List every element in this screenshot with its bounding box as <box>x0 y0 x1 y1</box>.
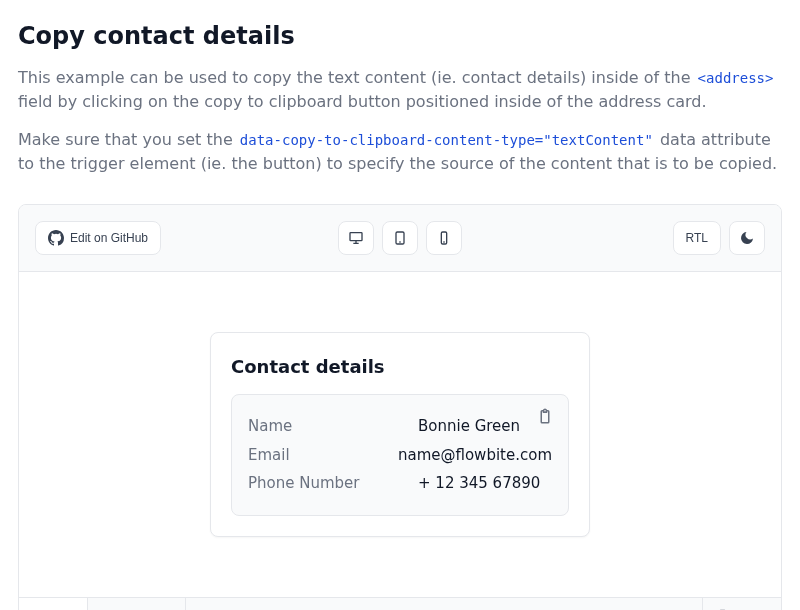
copy-to-clipboard-button[interactable] <box>534 405 556 430</box>
button-label: Edit on GitHub <box>70 231 148 245</box>
field-value: + 12 345 67890 <box>418 472 540 495</box>
contact-row-phone: Phone Number + 12 345 67890 <box>248 472 552 495</box>
field-label: Email <box>248 444 398 467</box>
clipboard-icon <box>536 413 554 428</box>
github-icon <box>48 230 64 246</box>
field-label: Name <box>248 415 418 438</box>
card-title: Contact details <box>231 353 569 380</box>
inline-code: data-copy-to-clipboard-content-type="tex… <box>238 132 655 148</box>
preview-canvas: Contact details Name Bonnie Green Email … <box>19 272 781 597</box>
mobile-icon <box>436 230 452 246</box>
spacer <box>186 598 701 611</box>
tab-javascript[interactable]: JavaScript <box>88 598 186 611</box>
contact-row-email: Email name@flowbite.com <box>248 444 552 467</box>
text: Make sure that you set the <box>18 130 238 149</box>
button-label: RTL <box>686 231 708 245</box>
contact-card: Contact details Name Bonnie Green Email … <box>210 332 590 537</box>
copy-code-button[interactable]: Copy <box>702 598 781 611</box>
description-paragraph-2: Make sure that you set the data-copy-to-… <box>18 128 782 176</box>
text: This example can be used to copy the tex… <box>18 68 696 87</box>
address-box: Name Bonnie Green Email name@flowbite.co… <box>231 394 569 516</box>
moon-icon <box>739 230 755 246</box>
preview-toolbar: Edit on GitHub RTL <box>19 205 781 272</box>
code-tabs-bar: HTML JavaScript Copy <box>19 597 781 611</box>
dark-mode-toggle-button[interactable] <box>729 221 765 255</box>
text: field by clicking on the copy to clipboa… <box>18 92 707 111</box>
desktop-icon <box>348 230 364 246</box>
field-label: Phone Number <box>248 472 418 495</box>
tab-html[interactable]: HTML <box>19 598 88 611</box>
svg-rect-0 <box>350 233 362 241</box>
mobile-view-button[interactable] <box>426 221 462 255</box>
contact-row-name: Name Bonnie Green <box>248 415 552 438</box>
example-preview: Edit on GitHub RTL <box>18 204 782 610</box>
description-paragraph-1: This example can be used to copy the tex… <box>18 66 782 114</box>
field-value: Bonnie Green <box>418 415 520 438</box>
section-heading: Copy contact details <box>18 18 782 54</box>
tablet-view-button[interactable] <box>382 221 418 255</box>
edit-on-github-button[interactable]: Edit on GitHub <box>35 221 161 255</box>
desktop-view-button[interactable] <box>338 221 374 255</box>
inline-code: <address> <box>696 70 776 86</box>
tablet-icon <box>392 230 408 246</box>
field-value: name@flowbite.com <box>398 444 552 467</box>
rtl-toggle-button[interactable]: RTL <box>673 221 721 255</box>
